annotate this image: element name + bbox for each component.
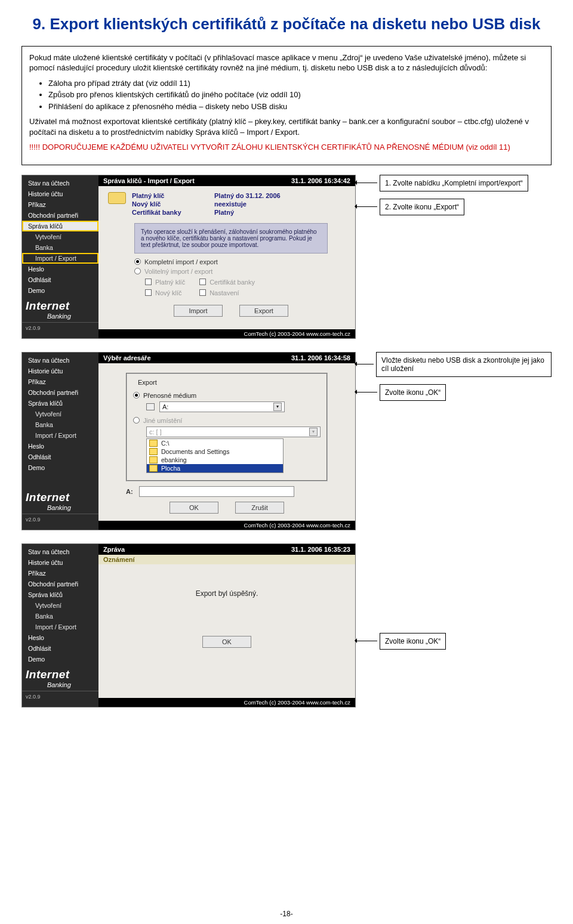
window-title: Zpráva (103, 546, 125, 553)
app-version: v2.0.9 (22, 514, 98, 526)
window-title: Výběr adresáře (103, 354, 151, 361)
app-version: v2.0.9 (22, 322, 98, 335)
import-button[interactable]: Import (174, 305, 223, 317)
folder-list[interactable]: C:\ Documents and Settings ebanking Ploc… (146, 438, 284, 473)
status-key-1: Platný klíč (132, 192, 198, 199)
sidebar-item-import-export[interactable]: Import / Export (22, 430, 98, 441)
sidebar-item-stav[interactable]: Stav na účtech (22, 546, 98, 557)
sidebar-item-vytvoreni[interactable]: Vytvoření (22, 409, 98, 419)
status-val-1: Platný do 31.12. 2006 (214, 192, 304, 199)
radio-label-2: Volitelný import / export (144, 268, 212, 275)
sidebar-item-banka[interactable]: Banka (22, 611, 98, 622)
radio-volitelny[interactable]: Volitelný import / export (134, 268, 328, 275)
status-val-2: neexistuje (214, 200, 304, 208)
checkbox-icon (199, 289, 206, 296)
success-message: Export byl úspěšný. (98, 589, 355, 598)
sidebar-item-stav[interactable]: Stav na účtech (22, 355, 98, 366)
window-datetime: 31.1. 2006 16:35:23 (291, 546, 350, 553)
status-val-3: Platný (214, 209, 304, 216)
sidebar-item-vytvoreni[interactable]: Vytvoření (22, 231, 98, 242)
logo-banking: Banking (26, 313, 98, 320)
sidebar-item-import-export[interactable]: Import / Export (22, 622, 98, 632)
logo-internet: Internet (26, 299, 98, 313)
info-panel: Tyto operace slouží k přenášení, zálohov… (134, 223, 328, 254)
section-heading: 9. Export klientských certifikátů z počí… (21, 14, 552, 34)
app-logo: Internet Banking (22, 296, 98, 320)
sidebar-item-heslo[interactable]: Heslo (22, 441, 98, 452)
window-title: Správa klíčů - Import / Export (103, 177, 195, 184)
sidebar-item-odhlasit[interactable]: Odhlásit (22, 643, 98, 654)
floppy-icon (146, 403, 155, 410)
intro-paragraph-1: Pokud máte uložené klientské certifikáty… (29, 52, 544, 73)
sidebar-item-heslo[interactable]: Heslo (22, 632, 98, 643)
intro-bullet-1: Záloha pro případ ztráty dat (viz oddíl … (48, 78, 544, 89)
sidebar-item-import-export[interactable]: Import / Export (22, 253, 98, 264)
sidebar-item-historie[interactable]: Historie účtu (22, 366, 98, 376)
check-label-3: Nový klíč (155, 289, 182, 296)
app-footer: ComTech (c) 2003-2004 www.com-tech.cz (98, 521, 355, 530)
checkbox-icon (145, 289, 152, 296)
sidebar-item-banka[interactable]: Banka (22, 242, 98, 253)
sidebar-item-banka[interactable]: Banka (22, 419, 98, 430)
sidebar-item-sprava-klicu[interactable]: Správa klíčů (22, 589, 98, 600)
sidebar-item-odhlasit[interactable]: Odhlásit (22, 452, 98, 462)
sidebar-item-demo[interactable]: Demo (22, 462, 98, 473)
folder-item: ebanking (161, 456, 187, 463)
drive-selected: A: (162, 403, 168, 410)
screenshot-2: Stav na účtech Historie účtu Příkaz Obch… (21, 352, 356, 530)
callout-2: 2. Zvolte ikonu „Export“ (380, 199, 464, 215)
sidebar-item-historie[interactable]: Historie účtu (22, 188, 98, 199)
sidebar-item-partneri[interactable]: Obchodní partneři (22, 210, 98, 221)
radio-kompletni[interactable]: Kompletní import / export (134, 258, 328, 265)
export-button[interactable]: Export (239, 305, 288, 317)
sidebar-item-partneri[interactable]: Obchodní partneři (22, 387, 98, 398)
radio-label-1: Kompletní import / export (144, 258, 218, 265)
sidebar-item-prikaz[interactable]: Příkaz (22, 568, 98, 579)
app-logo: Internet Banking (22, 665, 98, 688)
intro-bullets: Záloha pro případ ztráty dat (viz oddíl … (29, 78, 544, 112)
logo-internet: Internet (26, 491, 98, 504)
sidebar-item-prikaz[interactable]: Příkaz (22, 376, 98, 387)
sidebar-item-demo[interactable]: Demo (22, 654, 98, 665)
ok-button[interactable]: OK (170, 502, 218, 514)
drive-dropdown[interactable]: A: ▾ (159, 401, 285, 412)
intro-warning: !!!!! DOPORUČUJEME KAŽDÉMU UŽIVATELI VYT… (29, 142, 544, 153)
ok-button[interactable]: OK (202, 636, 251, 648)
radio-jine[interactable]: Jiné umístění (133, 417, 321, 424)
sidebar-item-sprava-klicu[interactable]: Správa klíčů (22, 398, 98, 409)
cancel-button[interactable]: Zrušit (235, 502, 284, 514)
callout-5: Zvolte ikonu „OK“ (380, 633, 446, 650)
sidebar-item-prikaz[interactable]: Příkaz (22, 199, 98, 210)
checkbox-icon (199, 279, 206, 285)
key-icon (108, 192, 126, 204)
output-path-input[interactable] (139, 486, 294, 497)
radio-dot-icon (134, 258, 141, 265)
radio-dot-icon (133, 392, 140, 398)
folder-item-selected: Plocha (161, 465, 180, 472)
window-titlebar: Výběr adresáře 31.1. 2006 16:34:58 (98, 353, 355, 363)
check-label-1: Platný klíč (155, 279, 185, 286)
sidebar: Stav na účtech Historie účtu Příkaz Obch… (22, 544, 98, 707)
sidebar-item-historie[interactable]: Historie účtu (22, 557, 98, 568)
logo-internet: Internet (26, 668, 98, 681)
intro-bullet-3: Přihlášení do aplikace z přenosného médi… (48, 101, 544, 112)
status-key-3: Certifikát banky (132, 209, 198, 216)
output-label: A: (126, 488, 133, 495)
sidebar-item-odhlasit[interactable]: Odhlásit (22, 274, 98, 285)
sidebar-item-sprava-klicu[interactable]: Správa klíčů (22, 221, 98, 231)
screenshot-1: Stav na účtech Historie účtu Příkaz Obch… (21, 175, 356, 339)
app-footer: ComTech (c) 2003-2004 www.com-tech.cz (98, 698, 355, 707)
sidebar-item-partneri[interactable]: Obchodní partneři (22, 579, 98, 589)
sidebar-item-stav[interactable]: Stav na účtech (22, 178, 98, 188)
sidebar-item-heslo[interactable]: Heslo (22, 264, 98, 274)
sidebar-item-vytvoreni[interactable]: Vytvoření (22, 600, 98, 611)
app-logo: Internet Banking (22, 487, 98, 511)
path-dropdown[interactable]: c: [ ] ▾ (146, 427, 321, 437)
radio-prenosne[interactable]: Přenosné médium (133, 392, 321, 399)
notice-bar: Oznámení (98, 555, 355, 564)
intro-box: Pokud máte uložené klientské certifikáty… (21, 46, 552, 165)
sidebar: Stav na účtech Historie účtu Příkaz Obch… (22, 175, 98, 338)
intro-paragraph-2: Uživatel má možnost exportovat klientské… (29, 116, 544, 137)
sidebar-item-demo[interactable]: Demo (22, 285, 98, 296)
checkbox-icon (145, 279, 152, 285)
